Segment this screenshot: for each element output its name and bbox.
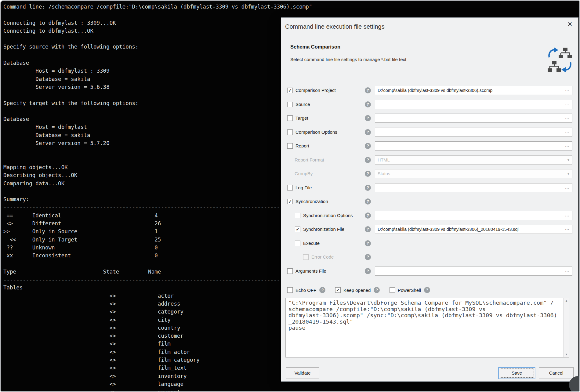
option-checkbox[interactable]: ✓ [335, 287, 341, 293]
browse-ellipsis-button[interactable]: … [565, 142, 570, 150]
file-path-value [378, 183, 563, 192]
file-path-input[interactable]: … [375, 141, 572, 151]
browse-ellipsis-button[interactable]: … [565, 114, 570, 122]
browse-ellipsis-button[interactable]: … [565, 225, 570, 234]
file-path-input[interactable]: … [375, 128, 572, 137]
setting-label: Source [295, 100, 310, 109]
help-icon[interactable]: ? [365, 171, 371, 177]
setting-checkbox[interactable] [287, 185, 293, 191]
chevron-down-icon: ▾ [567, 156, 569, 164]
help-icon[interactable]: ? [365, 185, 371, 191]
setting-checkbox[interactable] [287, 143, 293, 149]
setting-row-execute: Execute ? [281, 238, 579, 248]
option-checkbox[interactable] [287, 287, 293, 293]
scroll-up-icon[interactable]: ▲ [564, 298, 569, 303]
setting-label: Synchronization Options [303, 211, 353, 220]
file-path-value: D:\comp\sakila (dbfmylast-3309 vs dbfmyl… [378, 225, 563, 234]
setting-row-comparison-options: Comparison Options ? … [281, 127, 579, 137]
setting-row-error-code: Error Code ? [281, 252, 579, 262]
setting-checkbox[interactable]: ✓ [287, 199, 293, 204]
setting-checkbox[interactable] [287, 268, 293, 274]
cancel-button[interactable]: Cancel [539, 367, 574, 379]
file-path-input[interactable]: D:\comp\sakila (dbfmylast-3309 vs dbfmyl… [375, 86, 572, 95]
scrollbar[interactable]: ▲ ▼ [563, 298, 569, 357]
help-icon[interactable]: ? [365, 157, 371, 163]
setting-checkbox[interactable] [295, 241, 300, 246]
file-path-input[interactable]: … [375, 114, 572, 123]
help-icon[interactable]: ? [365, 129, 371, 135]
file-path-value [378, 142, 563, 150]
setting-checkbox[interactable] [287, 115, 293, 121]
help-icon[interactable]: ? [365, 198, 371, 205]
setting-label: GroupBy [295, 169, 313, 179]
bat-option-powershell: PowerShell ? [390, 285, 430, 295]
file-path-value [378, 114, 563, 122]
scroll-down-icon[interactable]: ▼ [564, 352, 569, 357]
setting-label: Arguments File [295, 266, 326, 276]
setting-checkbox[interactable] [287, 129, 293, 135]
help-icon[interactable]: ? [365, 143, 371, 149]
setting-label: Error Code [311, 252, 334, 262]
setting-row-comparison-project: ✓ Comparison Project ? D:\comp\sakila (d… [281, 85, 579, 95]
setting-row-arguments-file: Arguments File ? … [281, 266, 579, 276]
bat-file-text-box: "C:\Program Files\Devart\dbForge Schema … [285, 298, 569, 358]
help-icon[interactable]: ? [424, 287, 430, 293]
bat-option-keep-opened: ✓ Keep opened ? [335, 285, 380, 295]
setting-label: Report Format [295, 155, 324, 165]
setting-label: Report [295, 141, 309, 151]
dropdown-select: HTML ▾ [375, 155, 572, 165]
option-label: Echo OFF [295, 288, 316, 293]
help-icon[interactable]: ? [374, 287, 380, 293]
browse-ellipsis-button[interactable]: … [565, 128, 570, 136]
help-icon[interactable]: ? [365, 240, 371, 246]
browse-ellipsis-button[interactable]: … [565, 267, 570, 275]
browse-ellipsis-button[interactable]: … [565, 86, 570, 95]
browse-ellipsis-button[interactable]: … [565, 211, 570, 220]
help-icon[interactable]: ? [365, 226, 371, 232]
bat-file-text[interactable]: "C:\Program Files\Devart\dbForge Schema … [286, 298, 563, 357]
help-icon[interactable]: ? [365, 212, 371, 219]
setting-checkbox [303, 254, 309, 260]
setting-label: Comparison Options [295, 127, 337, 137]
help-icon[interactable]: ? [365, 101, 371, 107]
help-icon[interactable]: ? [365, 87, 371, 93]
setting-row-synchronization-file: ✓ Synchronization File ? D:\comp\sakila … [281, 224, 579, 234]
validate-button[interactable]: Validate [286, 367, 319, 379]
file-path-input[interactable]: … [375, 100, 572, 109]
dropdown-select: Status ▾ [375, 169, 572, 178]
help-icon[interactable]: ? [365, 268, 371, 274]
file-path-input[interactable]: D:\comp\sakila (dbfmylast-3309 vs dbfmyl… [375, 225, 572, 234]
option-checkbox[interactable] [390, 287, 395, 293]
setting-checkbox[interactable] [287, 102, 293, 107]
setting-label: Synchronization [295, 197, 328, 206]
bat-options-row: Echo OFF ? ✓ Keep opened ? PowerShell ? [281, 285, 579, 295]
setting-row-source: Source ? … [281, 100, 579, 109]
dropdown-value: HTML [378, 156, 563, 164]
browse-ellipsis-button[interactable]: … [565, 183, 570, 192]
file-path-input[interactable]: … [375, 211, 572, 220]
setting-row-target: Target ? … [281, 113, 579, 123]
setting-checkbox[interactable]: ✓ [295, 227, 300, 232]
help-icon[interactable]: ? [365, 254, 371, 260]
file-path-input[interactable]: … [375, 183, 572, 192]
setting-row-groupby: GroupBy ? Status ▾ [281, 169, 579, 179]
browse-ellipsis-button[interactable]: … [565, 100, 570, 109]
file-path-value [378, 100, 563, 109]
setting-label: Synchronization File [303, 224, 344, 234]
help-icon[interactable]: ? [365, 115, 371, 121]
setting-checkbox[interactable]: ✓ [287, 88, 293, 93]
save-button[interactable]: Save [498, 367, 535, 379]
setting-row-synchronization-options: Synchronization Options ? … [281, 211, 579, 220]
option-label: PowerShell [398, 288, 421, 293]
file-path-value: D:\comp\sakila (dbfmylast-3309 vs dbfmyl… [378, 86, 563, 95]
file-path-value [378, 128, 563, 136]
setting-label: Execute [303, 238, 320, 248]
file-path-value [378, 211, 563, 220]
setting-label: Log File [295, 183, 312, 193]
chevron-down-icon: ▾ [567, 169, 569, 178]
setting-checkbox[interactable] [295, 213, 300, 218]
setting-label: Target [295, 113, 308, 123]
help-icon[interactable]: ? [319, 287, 325, 293]
setting-row-log-file: Log File ? … [281, 183, 579, 193]
file-path-input[interactable]: … [375, 267, 572, 276]
